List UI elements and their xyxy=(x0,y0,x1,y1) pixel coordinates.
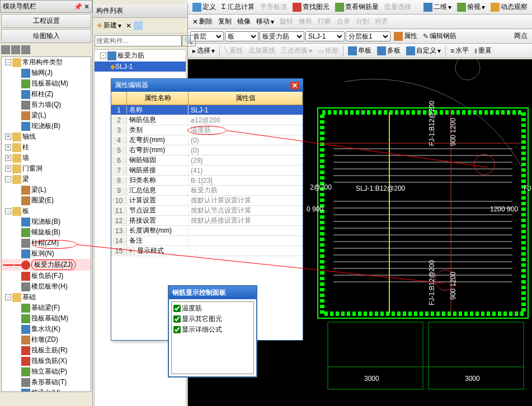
btn-align[interactable]: 对齐 xyxy=(373,16,390,27)
btn-copy[interactable]: 复制 xyxy=(216,16,234,27)
btn-two-point[interactable]: 两点 xyxy=(512,30,530,42)
tree-node[interactable]: -板 xyxy=(2,206,91,216)
btn-del-mid[interactable]: ✕ xyxy=(126,22,131,30)
btn-move[interactable]: 移动 ▾ xyxy=(254,16,276,27)
tree-node[interactable]: 筏板主筋(R) xyxy=(2,345,91,356)
btn-find[interactable]: 查找图元 xyxy=(290,1,332,13)
btn-batch[interactable]: 批量选择 xyxy=(382,1,413,13)
tree-node[interactable]: 剪力墙(Q) xyxy=(2,100,91,110)
tree-node[interactable]: 梁(L) xyxy=(2,110,91,121)
btn-mirror[interactable]: 镜像 xyxy=(235,16,253,27)
btn-prop[interactable]: 属性 xyxy=(392,30,420,42)
tree-node[interactable]: 现浇板(B) xyxy=(2,216,91,227)
tree-node[interactable]: 柱帽(ZM) xyxy=(2,238,91,248)
btn-top-view[interactable]: 俯视 ▾ xyxy=(455,1,487,13)
nav-fwd-icon[interactable] xyxy=(11,45,20,54)
nav-up-icon[interactable] xyxy=(21,45,30,54)
tree-node[interactable]: 筏板负筋(X) xyxy=(2,356,91,366)
btn-2d[interactable]: 二维 ▾ xyxy=(421,1,454,13)
tree-node[interactable]: 板受力筋(ZJ) xyxy=(2,259,91,271)
prop-row[interactable]: 12搭接设置按默认搭接设置计算 xyxy=(111,216,303,226)
search-input[interactable] xyxy=(95,35,182,46)
sect-draw[interactable]: 绘图输入 xyxy=(1,29,91,43)
btn-orbit[interactable]: 动态观察 xyxy=(488,1,530,13)
dd-member[interactable]: SLJ-1 xyxy=(305,31,345,41)
tree-node[interactable]: 条形基础(T) xyxy=(2,377,91,388)
tree-node[interactable]: 螺旋板(B) xyxy=(2,227,91,238)
btn-break[interactable]: 打断 xyxy=(316,16,333,27)
ctrl-title[interactable]: 钢筋显示控制面板 xyxy=(169,286,256,299)
btn-edit-rebar[interactable]: ✎ 编辑钢筋 xyxy=(421,30,459,42)
tree-node[interactable]: 基础梁(F) xyxy=(2,303,91,313)
btn-delete[interactable]: ✕ 删除 xyxy=(190,16,215,27)
prop-row[interactable]: 7钢筋搭接(41) xyxy=(111,166,303,176)
prop-row[interactable]: 11节点设置按默认节点设置计算 xyxy=(111,206,303,216)
tree-node[interactable]: 集水坑(K) xyxy=(2,324,91,334)
btn-sum[interactable]: Σ 汇总计算 xyxy=(219,1,257,13)
prop-row[interactable]: 1名称SLJ-1 xyxy=(111,105,303,115)
btn-merge[interactable]: 合并 xyxy=(335,16,352,27)
prop-row[interactable]: 14备注 xyxy=(111,236,303,246)
prop-row[interactable]: 10计算设置按默认计算设置计算 xyxy=(111,196,303,206)
tree-node[interactable]: -常用构件类型 xyxy=(2,57,91,68)
prop-row[interactable]: 3类别温度筋 xyxy=(111,125,303,135)
sect-project[interactable]: 工程设置 xyxy=(1,14,91,28)
tree-node[interactable]: 桩承台(V) xyxy=(2,388,91,392)
dd-cat[interactable]: 板 xyxy=(225,31,258,41)
ctrl-checkbox-item[interactable]: 温度筋 xyxy=(173,303,252,314)
btn-line[interactable]: ╲ 直线 xyxy=(222,45,245,56)
nav-back-icon[interactable] xyxy=(1,45,10,54)
mid-tree-node[interactable]: - 板受力筋 xyxy=(95,50,186,62)
tree-node[interactable]: 柱墩(ZD) xyxy=(2,334,91,345)
tree-node[interactable]: 筏板基础(M) xyxy=(2,313,91,324)
tree-node[interactable]: 梁(L) xyxy=(2,185,91,195)
tree-node[interactable]: 楼层板带(H) xyxy=(2,281,91,292)
tree-node[interactable]: +柱 xyxy=(2,142,91,153)
tree-node[interactable]: +门窗洞 xyxy=(2,163,91,174)
btn-single-slab[interactable]: 单板 xyxy=(346,45,374,56)
tree-node[interactable]: 筏板基础(M) xyxy=(2,78,91,89)
tree-node[interactable]: 框柱(Z) xyxy=(2,89,91,100)
btn-align-slab[interactable]: 平齐板顶 xyxy=(258,1,289,13)
tree-node[interactable]: +轴线 xyxy=(2,131,91,142)
tree-node[interactable]: 现浇板(B) xyxy=(2,121,91,131)
btn-horiz[interactable]: ≡ 水平 xyxy=(448,45,471,56)
btn-split[interactable]: 分割 xyxy=(354,16,371,27)
prop-grid[interactable]: 1名称SLJ-12钢筋信息⌀12@2003类别温度筋4左弯折(mm)(0)5右弯… xyxy=(111,105,303,256)
btn-new[interactable]: ✚ 新建 ▾ xyxy=(95,20,124,31)
tree-node[interactable]: -梁 xyxy=(2,174,91,185)
btn-trim[interactable]: 修剪 xyxy=(296,16,314,27)
btn-custom[interactable]: 自定义 ▾ xyxy=(404,45,443,56)
btn-select[interactable]: ▸ 选择 ▾ xyxy=(190,45,217,56)
btn-vert[interactable]: ⦀ 垂直 xyxy=(472,45,494,56)
search-icon[interactable]: 🔍 xyxy=(182,35,196,46)
btn-rect[interactable]: ▭ 矩形 xyxy=(316,45,341,56)
btn-multi-slab[interactable]: 多板 xyxy=(375,45,403,56)
dd-type[interactable]: 板受力筋 xyxy=(260,31,304,41)
component-tree[interactable]: -常用构件类型轴网(J)筏板基础(M)框柱(Z)剪力墙(Q)梁(L)现浇板(B)… xyxy=(1,56,91,392)
prop-row[interactable]: 5右弯折(mm)(0) xyxy=(111,145,303,155)
ctrl-checkbox-item[interactable]: 显示详细公式 xyxy=(173,324,252,335)
tree-node[interactable]: -基础 xyxy=(2,292,91,303)
btn-copy-mid[interactable] xyxy=(134,21,143,30)
prop-row[interactable]: 2钢筋信息⌀12@200 xyxy=(111,115,303,125)
prop-row[interactable]: 15+显示样式 xyxy=(111,246,303,256)
tree-node[interactable]: 圈梁(E) xyxy=(2,195,91,206)
tree-node[interactable]: 板洞(N) xyxy=(2,248,91,259)
prop-row[interactable]: 4左弯折(mm)(0) xyxy=(111,135,303,145)
prop-row[interactable]: 8归类名称B-1[23] xyxy=(111,176,303,186)
tree-node[interactable]: 板负筋(FJ) xyxy=(2,271,91,281)
close-icon[interactable]: ✕ xyxy=(290,82,299,89)
tree-node[interactable]: +墙 xyxy=(2,153,91,163)
btn-rotate[interactable]: 旋转 xyxy=(277,16,295,27)
prop-title-bar[interactable]: 属性编辑器 ✕ xyxy=(111,79,303,92)
prop-row[interactable]: 9汇总信息板受力筋 xyxy=(111,186,303,196)
btn-arc[interactable]: 三点画弧 ▾ xyxy=(279,45,314,56)
btn-define[interactable]: 定义 xyxy=(190,1,218,13)
prop-row[interactable]: 13长度调整(mm) xyxy=(111,226,303,236)
tree-node[interactable]: 独立基础(P) xyxy=(2,366,91,377)
prop-row[interactable]: 6钢筋锚固(29) xyxy=(111,155,303,166)
tree-node[interactable]: 轴网(J) xyxy=(2,68,91,78)
pin-icon[interactable]: 📌 ✕ xyxy=(74,3,90,11)
btn-view-rebar[interactable]: 查看钢筋量 xyxy=(333,1,381,13)
